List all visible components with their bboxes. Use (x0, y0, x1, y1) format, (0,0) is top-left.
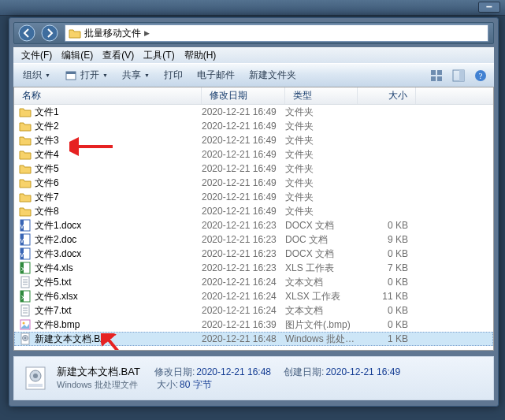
file-type: 文本文档 (285, 304, 358, 318)
svg-point-44 (33, 374, 38, 378)
file-row[interactable]: X文件4.xls2020-12-21 16:23XLS 工作表7 KB (14, 261, 493, 275)
details-createdate-value: 2020-12-21 16:49 (325, 366, 400, 378)
svg-rect-5 (437, 70, 442, 75)
file-size: 0 KB (358, 248, 416, 259)
bat-file-big-icon (20, 363, 50, 393)
file-date: 2020-12-21 16:49 (202, 121, 285, 132)
file-row[interactable]: 文件42020-12-21 16:49文件夹 (14, 147, 493, 162)
file-type: 文本文档 (285, 276, 358, 289)
file-name: 文件7 (35, 191, 59, 204)
folder-icon (19, 134, 32, 147)
forward-button[interactable] (39, 24, 60, 43)
file-date: 2020-12-21 16:23 (202, 220, 285, 231)
email-label: 电子邮件 (197, 69, 235, 82)
breadcrumb[interactable]: 批量移动文件 (84, 27, 144, 40)
menu-tools[interactable]: 工具(T) (139, 47, 179, 64)
file-type: DOC 文档 (285, 233, 358, 247)
chevron-down-icon: ▼ (102, 72, 108, 78)
file-date: 2020-12-21 16:24 (202, 291, 285, 302)
new-folder-button[interactable]: 新建文件夹 (243, 66, 303, 85)
file-name: 文件5 (35, 162, 59, 176)
file-row[interactable]: 文件72020-12-21 16:49文件夹 (14, 190, 493, 204)
file-date: 2020-12-21 16:49 (202, 177, 285, 188)
file-size: 0 KB (358, 319, 416, 330)
file-row[interactable]: 文件62020-12-21 16:49文件夹 (14, 176, 493, 190)
print-button[interactable]: 打印 (158, 66, 189, 85)
details-size-value: 80 字节 (180, 378, 212, 391)
organize-button[interactable]: 组织▼ (17, 66, 57, 85)
file-row[interactable]: 文件22020-12-21 16:49文件夹 (14, 119, 493, 133)
help-button[interactable]: ? (472, 67, 489, 84)
svg-rect-9 (459, 70, 464, 81)
menu-view[interactable]: 查看(V) (98, 47, 139, 64)
file-size: 1 KB (358, 333, 416, 344)
preview-pane-button[interactable] (450, 67, 467, 84)
file-date: 2020-12-21 16:49 (202, 191, 285, 203)
folder-icon (19, 148, 32, 161)
svg-text:X: X (21, 266, 26, 273)
chevron-down-icon: ▼ (45, 72, 50, 78)
file-row[interactable]: W文件3.docx2020-12-21 16:23DOCX 文档0 KB (14, 247, 493, 261)
share-button[interactable]: 共享▼ (116, 66, 156, 85)
share-label: 共享 (122, 69, 141, 82)
file-type: 文件夹 (285, 106, 358, 119)
menu-file[interactable]: 文件(F) (17, 47, 57, 64)
file-row[interactable]: 文件5.txt2020-12-21 16:24文本文档0 KB (14, 275, 493, 289)
file-size: 0 KB (358, 277, 416, 288)
details-file-name: 新建文本文档.BAT (57, 366, 140, 378)
file-row[interactable]: 文件8.bmp2020-12-21 16:39图片文件(.bmp)0 KB (14, 318, 493, 332)
details-size-key: 大小: (157, 378, 178, 391)
doc-icon: W (19, 233, 32, 246)
file-row[interactable]: 文件7.txt2020-12-21 16:24文本文档0 KB (14, 303, 493, 318)
file-type: 文件夹 (285, 162, 358, 176)
explorer-window: 批量移动文件 ▶ 文件(F) 编辑(E) 查看(V) 工具(T) 帮助(H) 组… (9, 17, 499, 407)
open-button[interactable]: 打开▼ (58, 66, 114, 85)
command-bar: 组织▼ 打开▼ 共享▼ 打印 电子邮件 新建文件夹 ? (13, 63, 494, 87)
file-row[interactable]: W文件1.docx2020-12-21 16:23DOCX 文档0 KB (14, 218, 493, 232)
file-row[interactable]: W文件2.doc2020-12-21 16:23DOC 文档9 KB (14, 232, 493, 247)
chevron-down-icon: ▼ (144, 72, 150, 78)
column-date-header[interactable]: 修改日期 (202, 87, 285, 104)
menu-edit[interactable]: 编辑(E) (57, 47, 98, 64)
details-moddate-key: 修改日期: (154, 366, 195, 378)
file-name: 文件2 (35, 120, 59, 133)
file-size: 9 KB (358, 234, 416, 245)
email-button[interactable]: 电子邮件 (191, 66, 241, 85)
view-options-button[interactable] (428, 67, 445, 84)
docx-icon: W (19, 219, 32, 232)
minimize-button[interactable]: – (478, 2, 500, 13)
file-type: DOCX 文档 (285, 219, 358, 232)
file-row[interactable]: 新建文本文档.BAT2020-12-21 16:48Windows 批处理...… (14, 332, 493, 346)
file-name: 文件1.docx (35, 219, 81, 232)
file-type: 文件夹 (285, 120, 358, 133)
os-titlebar: – (0, 0, 505, 16)
column-size-header[interactable]: 大小 (358, 87, 416, 104)
organize-label: 组织 (23, 69, 42, 82)
file-name: 文件8 (35, 205, 59, 218)
svg-rect-3 (66, 72, 76, 74)
file-row[interactable]: 文件82020-12-21 16:49文件夹 (14, 204, 493, 218)
file-row[interactable]: 文件32020-12-21 16:49文件夹 (14, 133, 493, 147)
address-bar[interactable]: 批量移动文件 ▶ (65, 24, 488, 42)
svg-text:X: X (21, 294, 26, 301)
file-date: 2020-12-21 16:49 (202, 135, 285, 146)
file-row[interactable]: X文件6.xlsx2020-12-21 16:24XLSX 工作表11 KB (14, 289, 493, 303)
back-button[interactable] (17, 24, 37, 43)
file-row[interactable]: 文件52020-12-21 16:49文件夹 (14, 162, 493, 176)
file-size: 11 KB (358, 291, 416, 302)
nav-bar: 批量移动文件 ▶ (13, 22, 494, 44)
file-name: 文件2.doc (35, 233, 76, 247)
svg-rect-6 (431, 76, 436, 81)
menu-help[interactable]: 帮助(H) (180, 47, 221, 64)
column-type-header[interactable]: 类型 (285, 87, 358, 104)
svg-rect-4 (431, 70, 436, 75)
file-name: 文件7.txt (35, 304, 72, 318)
file-type: 文件夹 (285, 134, 358, 147)
column-name-header[interactable]: 名称 (14, 87, 202, 104)
file-name: 文件5.txt (35, 276, 72, 289)
file-row[interactable]: 文件12020-12-21 16:49文件夹 (14, 105, 493, 119)
svg-text:?: ? (479, 71, 483, 80)
folder-icon (19, 120, 32, 132)
column-headers: 名称 修改日期 类型 大小 (14, 87, 493, 105)
file-type: 文件夹 (285, 148, 358, 162)
